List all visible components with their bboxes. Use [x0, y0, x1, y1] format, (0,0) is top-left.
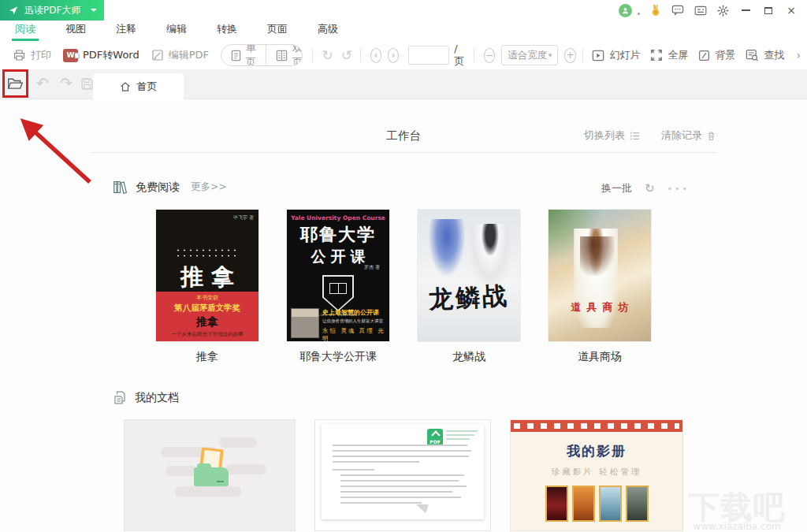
feedback-icon[interactable] — [694, 6, 707, 16]
tab-convert[interactable]: 转换 — [216, 22, 238, 41]
document-card-pdf[interactable]: PDF — [314, 419, 491, 531]
maximize-button[interactable] — [762, 4, 775, 17]
book-card-longlinzhan[interactable]: 龙鳞战 龙鳞战 — [418, 210, 520, 364]
refresh-icon[interactable]: ↻ — [645, 181, 655, 195]
refresh-batch-button[interactable]: 换一批 — [601, 181, 632, 195]
background-button[interactable]: 背景 — [698, 48, 735, 62]
close-button[interactable]: × — [785, 4, 798, 17]
album-title: 我的影册 — [511, 442, 682, 460]
single-page-icon — [231, 50, 241, 61]
document-card-album[interactable]: 我的影册 珍藏影片 轻松管理 — [510, 419, 683, 531]
book-cover-band: 本书荣获 第八届茅盾文学奖 推拿 一个从未在阳光下呈现过的故事 — [156, 292, 258, 341]
app-badge[interactable]: 迅读PDF大师 — [0, 0, 104, 20]
fullscreen-button[interactable]: 全屏 — [650, 48, 688, 62]
document-card-empty[interactable] — [124, 419, 296, 531]
book-card-daojushangchang[interactable]: 道具商坊 道具商场 — [549, 210, 651, 364]
cover-art-hair — [580, 236, 615, 276]
book-cover-longlinzhan: 龙鳞战 — [418, 210, 520, 341]
book-cover-daojushangchang: 道具商坊 — [549, 210, 651, 341]
titlebar-actions: × — [619, 4, 807, 17]
tab-page[interactable]: 页面 — [266, 22, 288, 41]
trash-icon — [707, 131, 716, 141]
annotation-highlight-rect — [2, 69, 28, 98]
book-card-tuina[interactable]: 毕飞宇 著 推拿 本书荣获 第八届茅盾文学奖 推拿 一个从未在阳光下呈现过的故事… — [156, 210, 258, 364]
settings-gear-icon[interactable] — [717, 5, 729, 17]
zoom-mode-select[interactable]: 适合宽度 ▾ — [501, 45, 558, 65]
list-view-icon — [630, 131, 641, 141]
free-reading-books: 毕飞宇 著 推拿 本书荣获 第八届茅盾文学奖 推拿 一个从未在阳光下呈现过的故事… — [156, 210, 651, 364]
toolbar-overflow-button[interactable]: › — [796, 49, 801, 61]
header-divider — [91, 152, 717, 153]
app-title: 迅读PDF大师 — [24, 4, 80, 17]
zoom-out-button[interactable]: − — [484, 48, 495, 63]
clear-records-button[interactable]: 清除记录 — [661, 128, 716, 143]
cover-art-figure — [429, 219, 465, 276]
single-page-button[interactable]: 单页 — [221, 45, 266, 65]
tab-annotate[interactable]: 注释 — [115, 22, 137, 41]
document-thumbnail: PDF — [322, 424, 484, 519]
book-cover-title: 道具商坊 — [549, 300, 651, 314]
toolbar-divider — [582, 48, 583, 62]
empty-state-folder-art — [194, 467, 229, 486]
tab-home[interactable]: 首页 — [93, 73, 184, 99]
background-icon — [698, 50, 710, 61]
book-cover-tuina: 毕飞宇 著 推拿 本书荣获 第八届茅盾文学奖 推拿 一个从未在阳光下呈现过的故事 — [156, 210, 258, 341]
zoom-in-button[interactable]: + — [564, 48, 575, 63]
user-avatar-icon[interactable] — [619, 4, 632, 17]
rotate-right-icon[interactable]: ↻ — [322, 49, 333, 62]
watermark-title: 下载吧 — [670, 489, 804, 524]
prev-page-button[interactable]: ‹ — [370, 48, 381, 63]
chevron-down-icon: ▾ — [549, 51, 552, 59]
book-cover-title: 龙鳞战 — [418, 279, 520, 318]
edit-pdf-button[interactable]: 编辑PDF — [151, 48, 209, 62]
books-icon — [113, 180, 128, 195]
workspace-actions: 切换列表 清除记录 — [584, 128, 716, 143]
movie-poster — [626, 485, 649, 522]
minimize-button[interactable] — [739, 4, 752, 17]
page-layout-toggle: 单页 双页 — [221, 44, 303, 66]
workspace-header: 工作台 切换列表 清除记录 — [0, 125, 807, 148]
next-page-button[interactable]: › — [388, 48, 399, 63]
free-reading-more-link[interactable]: 更多>> — [191, 180, 227, 194]
redo-button[interactable]: ↷ — [60, 76, 73, 91]
site-watermark: 下载吧 www.xiazaiba.com — [670, 489, 804, 532]
tab-view[interactable]: 视图 — [65, 22, 87, 41]
book-title-label: 耶鲁大学公开课 — [287, 350, 389, 364]
book-title-label: 推拿 — [156, 350, 258, 364]
slideshow-button[interactable]: 幻灯片 — [592, 48, 640, 62]
page-unit-label: /页 — [454, 43, 464, 69]
pdf-badge: PDF — [427, 429, 443, 446]
double-page-button[interactable]: 双页 — [266, 45, 303, 65]
save-button[interactable] — [80, 77, 94, 91]
book-author: 毕飞宇 著 — [233, 214, 254, 221]
find-button[interactable]: 查找 — [746, 48, 784, 62]
toolbar-right-group: 幻灯片 全屏 背景 查找 › — [592, 48, 801, 62]
rotate-left-icon[interactable]: ↺ — [341, 49, 352, 62]
message-icon[interactable] — [671, 5, 684, 16]
document-tabstrip: ↶ ↷ 首页 — [0, 69, 807, 99]
free-reading-actions: 换一批 ↻ ••• — [601, 181, 690, 195]
annotation-arrow — [6, 109, 105, 192]
toolbar: 打印 W PDF转Word 编辑PDF 单页 双页 ↻ ↺ ‹ › — [0, 41, 807, 69]
tab-advanced[interactable]: 高级 — [317, 22, 339, 41]
slideshow-icon — [592, 50, 604, 61]
page-number-input[interactable] — [408, 46, 449, 65]
double-page-icon — [276, 50, 288, 61]
yale-shield-icon — [322, 275, 354, 311]
switch-list-button[interactable]: 切换列表 — [584, 128, 641, 143]
print-button[interactable]: 打印 — [13, 48, 51, 62]
tab-edit[interactable]: 编辑 — [165, 22, 188, 41]
word-doc-icon: W — [63, 49, 78, 62]
book-title-label: 龙鳞战 — [418, 350, 520, 364]
pdf-to-word-button[interactable]: W PDF转Word — [63, 48, 139, 62]
movie-poster — [572, 485, 595, 522]
app-menu-caret-icon[interactable] — [91, 9, 97, 12]
book-title-label: 道具商场 — [549, 350, 651, 364]
title-bar: 迅读PDF大师 × — [0, 0, 807, 20]
more-options-icon[interactable]: ••• — [668, 184, 690, 194]
tab-read[interactable]: 阅读 — [14, 22, 36, 41]
undo-button[interactable]: ↶ — [36, 76, 49, 91]
vip-medal-icon[interactable] — [650, 5, 661, 17]
edit-pencil-icon — [151, 49, 164, 61]
book-card-yale[interactable]: Yale University Open Course 耶鲁大学 公开课 罗杰 … — [287, 210, 389, 364]
